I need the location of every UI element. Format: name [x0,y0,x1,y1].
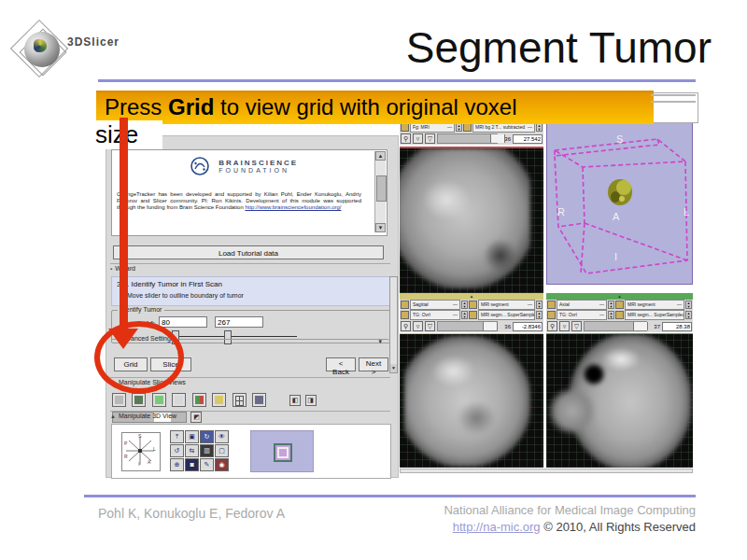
view3d-toolbar: ⤒ ▣ ↻ 👁 ↺ ⇆ ▥ ▢ ⊕ ◙ ✎ ◉ [170,430,237,473]
layer-icon[interactable] [401,123,409,132]
layer-select[interactable]: TG: Ovrl— [557,310,607,320]
layer-icon[interactable] [615,311,624,319]
slice-offset-slider[interactable] [437,133,498,144]
orientation-compass[interactable]: S L P R I A [121,432,161,471]
layer-select[interactable]: MRI segm... SuperSampled— [478,310,535,320]
spinner-icon[interactable]: ▲▼ [536,123,543,132]
scroll-thumb[interactable] [376,175,387,202]
info-scrollbar[interactable]: ▲ ▼ [374,151,386,232]
next-button[interactable]: Next > [359,357,388,371]
spinner-icon[interactable]: ▲▼ [608,311,614,319]
center-view-icon[interactable]: ⊕ [170,458,184,471]
layer-select[interactable]: MRI segm... SuperSampled— [625,310,684,320]
spin-icon[interactable]: ↻ [200,430,214,443]
slider-thumb[interactable] [490,134,505,143]
slice-tool-icon[interactable] [172,393,186,407]
wizard-section-header[interactable]: ▪Wizard [110,263,390,272]
link-views-icon[interactable]: ⚲ [547,321,557,331]
spinner-icon[interactable]: ▲▼ [456,123,462,132]
layer-select[interactable]: Sagittal— [410,300,460,310]
slice-offset-field[interactable]: -2.8346 [513,322,543,331]
threshold-max-field[interactable]: 267 [215,316,263,328]
spinner-icon[interactable]: ▲▼ [608,301,614,309]
visibility-icon[interactable]: ✎ [200,458,214,471]
layer-icon[interactable] [401,311,409,319]
look-from-icon[interactable]: 👁 [215,430,229,443]
pitch-up-icon[interactable]: ⤒ [170,430,184,443]
record-icon[interactable]: ◉ [215,458,229,471]
view-3d[interactable]: S R L A I [546,112,693,285]
panel-scrollbar[interactable]: ▼ [389,276,398,373]
scroll-up-icon[interactable]: ▲ [375,151,386,161]
label-opacity-icon[interactable]: ▽ [425,321,435,331]
layer-select[interactable]: MRI segment— [625,300,684,310]
label-opacity-icon[interactable]: ▽ [425,133,435,144]
load-tutorial-data-button[interactable]: Load Tutorial data [113,245,384,259]
slice-offset-field[interactable]: 27.542 [513,134,543,144]
nav-zoom-box[interactable] [274,443,292,462]
slice-offset-slider[interactable] [437,321,498,331]
chevron-down-icon[interactable]: ▾ [378,338,382,345]
footer-organization: National Alliance for Medical Image Comp… [444,503,696,517]
rock-icon[interactable]: ⇆ [185,444,199,457]
yellow-slice-titlebar[interactable]: ▴ [400,293,543,300]
slice-offset-slider[interactable] [584,321,647,331]
na-mic-link[interactable]: http://na-mic.org [453,520,541,534]
layer-icon[interactable] [469,311,477,319]
view3d-section-header[interactable]: ▲Manipulate 3D View [110,411,390,419]
title-divider [98,79,696,82]
visibility-toggle-icon[interactable]: ▿ [413,321,423,331]
label-opacity-icon[interactable]: ▽ [571,321,582,331]
layer-select[interactable]: Axial— [557,300,607,310]
fade-left-icon[interactable]: ◧ [289,395,301,406]
spinner-icon[interactable]: ▲▼ [536,311,543,319]
fade-right-icon[interactable]: ◨ [305,395,317,406]
layer-select[interactable]: TG: Ovrl— [410,310,460,320]
slice-tool-icon[interactable] [192,393,206,407]
yellow-slice-image[interactable] [400,333,543,468]
scroll-down-icon[interactable]: ▼ [375,223,386,232]
link-views-icon[interactable]: ⚲ [401,321,411,331]
green-slice-image[interactable] [546,333,693,468]
slice-offset-field[interactable]: 28.38 [662,322,692,331]
spinner-icon[interactable]: ▲▼ [685,311,692,319]
zoom-out-icon[interactable]: ▢ [215,444,229,457]
red-slice-image[interactable] [400,147,543,293]
visibility-toggle-icon[interactable]: ▿ [413,133,423,144]
screenshot-icon[interactable]: ▥ [200,444,214,457]
layer-icon[interactable] [463,123,472,132]
zoom-in-icon[interactable]: ▣ [185,430,199,443]
spinner-icon[interactable]: ▲▼ [685,301,692,309]
slice-tool-icon[interactable] [233,393,247,407]
slider-thumb[interactable] [483,322,498,330]
layer-icon[interactable] [615,301,624,309]
slice-slider-row: ⚲ ▿ ▽ 36 27.542 [400,133,543,145]
layer-icon[interactable] [469,301,477,309]
slice-tool-icon[interactable] [252,393,266,407]
layer-select[interactable]: MRI segment— [478,300,535,310]
layer-icon[interactable] [547,311,556,319]
slice-tool-icon[interactable] [112,393,126,407]
horizontal-scrollbar[interactable] [400,469,693,473]
footer-authors: Pohl K, Konukoglu E, Fedorov A [98,506,285,521]
green-slice-titlebar[interactable]: ▴ [546,293,693,300]
spinner-icon[interactable]: ▲▼ [461,311,468,319]
slice-tool-icon[interactable] [152,393,166,407]
slider-thumb[interactable] [633,322,648,330]
visibility-toggle-icon[interactable]: ▿ [559,321,570,331]
slice-tool-icon[interactable] [212,393,226,407]
spinner-icon[interactable]: ▲▼ [536,301,543,309]
slice-tool-icon[interactable] [132,393,146,407]
scroll-down-icon[interactable]: ▼ [390,364,397,372]
link-views-icon[interactable]: ⚲ [401,133,411,144]
rotate-left-icon[interactable]: ↺ [170,444,184,457]
brainscience-link[interactable]: http://www.brainsciencefoundation.org/ [245,204,341,210]
layer-icon[interactable] [401,301,409,309]
back-button[interactable]: < Back [326,357,356,371]
view3d-nav-widget[interactable] [250,430,314,472]
layer-select-row: Sagittal— ▲▼ MRI segment— ▲▼ [400,300,543,310]
spinner-icon[interactable]: ▲▼ [461,301,468,309]
threshold-min-field[interactable]: 80 [159,316,207,328]
layer-icon[interactable] [547,301,556,309]
stereo-icon[interactable]: ◙ [185,458,199,471]
